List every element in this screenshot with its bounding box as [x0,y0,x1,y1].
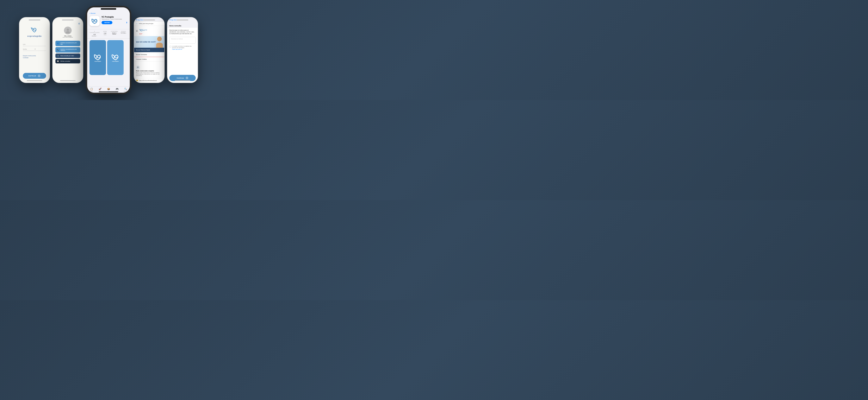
rating-value: 4,3 [90,33,100,35]
protected-text: você está protegido! [63,37,73,38]
arrow-right-icon: › [38,75,40,77]
developer-value: Vc Prote... [120,32,127,33]
avatar-container: Olá, Leticia você está protegido! [55,27,80,38]
motivos-placeholder: Descreva os motivos [171,38,183,39]
forgot-password-link[interactable]: Esqueci minha senha [23,55,46,56]
app-meta: 6 CLASSIFICAÇÕES 4,3 ★★★★☆ IDADE +12 Ano… [87,29,130,38]
hero-text: Que tal cuidar de você? [136,41,156,43]
eye-icon[interactable]: 👁 [34,49,46,50]
hero-image: Que tal cuidar de você? [134,36,164,48]
appstore-header: ‹ Buscar VC Protegido [87,7,130,29]
arcade-icon: 🎮 [116,88,119,90]
nova-back-arrow[interactable]: ← [169,22,171,24]
back-header: ← Voltar para tela principal [134,22,164,26]
buscar-label: Buscar [124,91,127,92]
svg-point-5 [157,37,162,41]
nova-consulta-title: Nova consulta [169,25,196,27]
ratings-label: 6 CLASSIFICAÇÕES [90,31,100,33]
vc-logo-row: vcprotegido conexa tem* [139,27,147,34]
svg-point-1 [66,31,70,33]
video-icon: 📹 [57,55,59,57]
meta-category: CATEGORIA Saúde e fitness [111,31,118,37]
app-title-section: VC Protegido Telemedicina · Rede Credenc… [101,16,127,24]
tem-text: tem* [139,33,147,34]
age-value: +12 [101,32,109,34]
nav-jogos[interactable]: 🚀 Jogos [96,88,104,92]
svg-text:conexa: conexa [143,30,145,31]
terms-text: Li e aceito os termos e condições dos se… [172,46,196,49]
buscar-icon: 🔍 [124,88,127,90]
terms-row: Li e aceito os termos e condições dos se… [169,46,196,50]
enter-button[interactable]: ENTRAR › [23,73,46,79]
app-subtitle: Telemedicina · Rede Credenciada [101,19,127,20]
avatar [64,27,72,34]
card-section: 💳 Meus Dados e Cartão Virtual [134,78,164,83]
menu-creditos[interactable]: Comprar Créditos [134,57,164,62]
feature-title: Rede credenciada completa [136,70,162,72]
appstore-bottom-nav: 📋 Hoje 🚀 Jogos 📦 Apps 🎮 Arcade [87,86,130,93]
menu-list: Buscar Rede de Saúde Buscar Farmácias Co… [134,48,164,64]
meta-age: IDADE +12 Anos [101,31,109,37]
nav-apps[interactable]: 📦 Apps [104,88,113,92]
obter-button[interactable]: OBTER [101,21,113,24]
card-label: Meus Dados e Cartão Virtual [139,80,157,81]
nav-buscar[interactable]: 🔍 Buscar [121,88,130,92]
menu-btn-video[interactable]: 📹 Nova consulta por vídeo [55,54,80,58]
feature-icon: 🎙 [136,65,140,69]
svg-text:vcprotegido: vcprotegido [143,29,147,30]
gear-icon[interactable]: ⚙ [78,22,80,25]
motivos-field[interactable]: Descreva os motivos [169,37,196,44]
back-arrow-phone4[interactable]: ← [136,23,138,25]
hero-person [155,36,164,48]
feature-desc: Buscar rede credenciada de clínicas médi… [136,72,162,77]
phone2-header: ⚙ [55,22,80,25]
forgot-links: Esqueci minha senha Contratar [23,55,46,59]
confirmar-button[interactable]: Confirmar › [169,75,196,81]
category-label: CATEGORIA [111,31,118,32]
password-label: Senha [23,49,34,50]
appstore-text-phone5: App Store [171,19,177,21]
login-fields: CPF Senha 👁 [23,43,46,53]
menu-btn-phone[interactable]: 📞 Solicitar consulta/exame pelo Telefone [55,47,80,53]
nova-body: Descreva aqui os motivos para um atendim… [167,28,197,83]
phones-container: vcprotegido CPF Senha 👁 Esqueci minha se… [15,2,202,98]
menu-farmacias[interactable]: Buscar Farmácias [134,52,164,57]
app-icon: 👤 [57,42,59,45]
appstore-label-phone5: ◀ [169,19,170,21]
nav-hoje[interactable]: 📋 Hoje [87,88,96,92]
menu-btn-app[interactable]: 👤 Solicitar consulta/exame pelo App [55,41,80,46]
back-nav: ‹ Buscar [90,12,127,15]
confirmar-arrow-icon: › [186,77,188,79]
terms-checkbox[interactable] [169,46,171,48]
phone-vcprotegido: ◀ App Store ← Voltar para tela principal… [134,17,165,83]
contratar-link[interactable]: Contratar [23,57,46,58]
category-value: Saúde e fitness [111,32,118,35]
menu-saude[interactable]: Buscar Rede de Saúde [134,48,164,52]
hamburger-icon[interactable]: ☰ [136,30,138,32]
back-arrow-icon: ‹ [90,12,90,15]
menu-btn-consultations[interactable]: 📋 Minhas consultas [55,59,80,63]
app-screenshots: vcprotegido vcprotegido [87,38,130,86]
menu-buttons: 👤 Solicitar consulta/exame pelo App 📞 So… [55,41,80,79]
back-text[interactable]: Buscar [91,12,95,14]
terms-link[interactable]: Clique aqui para ler. [172,49,196,50]
password-field: Senha 👁 [23,48,46,51]
vc-logo: vcprotegido [27,26,42,37]
screenshot2-logo-text: vcprotegido [112,61,119,62]
nova-consulta-header: ◀ App Store ← Nova consulta [167,18,197,28]
share-icon[interactable]: ⬆ [126,22,127,24]
meta-ratings: 6 CLASSIFICAÇÕES 4,3 ★★★★☆ [90,31,100,37]
developer-label: DESENV. [120,31,127,32]
age-unit: Anos [101,34,109,35]
hoje-icon: 📋 [90,88,93,90]
phone-nova-consulta: ◀ App Store ← Nova consulta Descreva aqu… [167,17,198,83]
screenshot-logo-text: vcprotegido [94,61,101,62]
app-info-row: VC Protegido Telemedicina · Rede Credenc… [90,16,127,26]
age-label: IDADE [101,31,109,32]
phone-appstore-outer: ‹ Buscar VC Protegido [86,6,131,94]
card-icon: 💳 [136,80,138,81]
clipboard-icon: 📋 [57,60,59,62]
nav-arcade[interactable]: 🎮 Arcade [113,88,121,92]
vc-app-header: ☰ vcprotegido conexa tem* [134,26,164,36]
app-title: VC Protegido [101,16,127,18]
